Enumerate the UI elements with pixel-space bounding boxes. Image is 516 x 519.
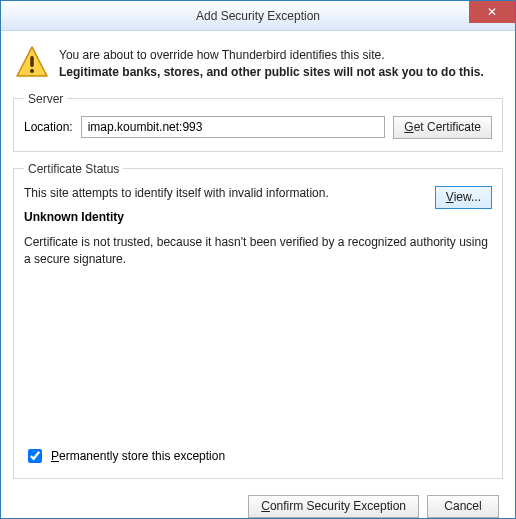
confirm-mnemonic: C [261, 499, 270, 513]
close-button[interactable]: ✕ [469, 1, 515, 23]
view-text: iew... [454, 190, 481, 204]
cancel-button[interactable]: Cancel [427, 495, 499, 518]
confirm-security-exception-button[interactable]: Confirm Security Exception [248, 495, 419, 518]
cert-status-desc: This site attempts to identify itself wi… [24, 186, 492, 200]
close-icon: ✕ [487, 5, 497, 19]
titlebar: Add Security Exception ✕ [1, 1, 515, 31]
certificate-status-group: Certificate Status View... This site att… [13, 162, 503, 479]
warning-text: You are about to override how Thunderbir… [59, 45, 484, 82]
warning-line2: Legitimate banks, stores, and other publ… [59, 64, 484, 81]
perm-mnemonic: P [51, 449, 59, 463]
permanently-store-label[interactable]: Permanently store this exception [51, 449, 225, 463]
dialog-content: You are about to override how Thunderbir… [1, 31, 515, 519]
cert-status-heading: Unknown Identity [24, 210, 492, 224]
server-legend: Server [24, 92, 67, 106]
view-button[interactable]: View... [435, 186, 492, 209]
svg-rect-1 [30, 56, 33, 67]
cert-status-body: Certificate is not trusted, because it h… [24, 234, 492, 268]
permanently-store-checkbox[interactable] [28, 449, 42, 463]
svg-point-2 [30, 69, 34, 73]
certificate-status-legend: Certificate Status [24, 162, 123, 176]
get-cert-text: et Certificate [414, 120, 481, 134]
dialog-footer: Confirm Security Exception Cancel [13, 489, 503, 518]
perm-text: ermanently store this exception [59, 449, 225, 463]
confirm-text: onfirm Security Exception [270, 499, 406, 513]
get-cert-mnemonic: G [404, 120, 413, 134]
warning-row: You are about to override how Thunderbir… [13, 41, 503, 92]
server-group: Server Location: Get Certificate [13, 92, 503, 152]
get-certificate-button[interactable]: Get Certificate [393, 116, 492, 139]
location-input[interactable] [81, 116, 386, 138]
location-label: Location: [24, 120, 73, 134]
warning-line1: You are about to override how Thunderbir… [59, 47, 484, 64]
window-title: Add Security Exception [196, 9, 320, 23]
view-mnemonic: V [446, 190, 454, 204]
warning-icon [15, 45, 49, 79]
